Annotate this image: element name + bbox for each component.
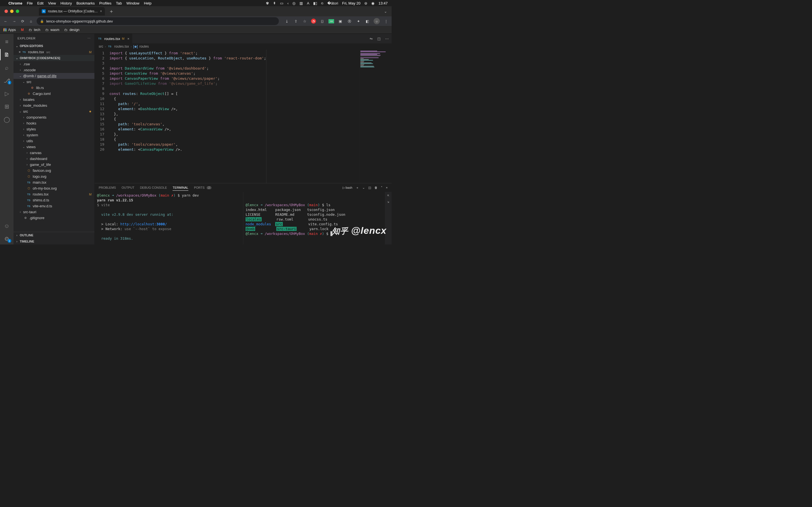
bluetooth-icon[interactable]: ⎋ bbox=[321, 1, 323, 5]
terminal-new-icon[interactable]: ＋ bbox=[356, 186, 359, 190]
minimap[interactable] bbox=[359, 50, 392, 183]
tree-folder[interactable]: ›canvas bbox=[13, 150, 94, 156]
activity-github-icon[interactable]: ◯ bbox=[0, 114, 13, 125]
window-controls[interactable] bbox=[4, 10, 19, 13]
panel-tab-terminal[interactable]: TERMINAL bbox=[172, 185, 188, 191]
code-editor[interactable]: 1234567891011121314151617181920 import {… bbox=[95, 50, 392, 183]
workspace-section[interactable]: ⌄OHMYBOX [CODESPACES] bbox=[13, 55, 94, 61]
explorer-more-icon[interactable]: ⋯ bbox=[87, 37, 91, 40]
timeline-section[interactable]: ›TIMELINE bbox=[13, 238, 94, 244]
tree-file[interactable]: TSvite-env.d.ts bbox=[13, 203, 94, 209]
tab-close-icon[interactable]: × bbox=[100, 9, 102, 13]
activity-settings-icon[interactable]: ⚙1 bbox=[0, 233, 13, 244]
menubar-history[interactable]: History bbox=[60, 1, 71, 5]
wechat-icon[interactable]: ✾ bbox=[266, 1, 269, 5]
activity-search-icon[interactable]: ⌕ bbox=[0, 62, 13, 73]
window-zoom-icon[interactable] bbox=[16, 10, 19, 13]
menubar-view[interactable]: View bbox=[48, 1, 56, 5]
tree-folder[interactable]: ›node_modules bbox=[13, 103, 94, 108]
extensions-puzzle-icon[interactable]: ✦ bbox=[356, 19, 361, 23]
menubar-date[interactable]: Fri, May 20 bbox=[342, 1, 360, 5]
panel-maximize-icon[interactable]: ˄ bbox=[381, 186, 383, 189]
tree-folder[interactable]: ›utils bbox=[13, 138, 94, 144]
close-tab-icon[interactable]: × bbox=[128, 37, 130, 41]
editor-more-icon[interactable]: ⋯ bbox=[385, 37, 389, 41]
menubar-profiles[interactable]: Profiles bbox=[99, 1, 111, 5]
tab-dropdown-icon[interactable]: ⌄ bbox=[384, 9, 389, 13]
menubar-tab[interactable]: Tab bbox=[116, 1, 122, 5]
tree-folder[interactable]: ⌄src bbox=[13, 79, 94, 85]
tree-folder[interactable]: ›dashboard bbox=[13, 156, 94, 162]
menubar-help[interactable]: Help bbox=[144, 1, 152, 5]
extension-camera-icon[interactable]: ⌼ bbox=[319, 19, 325, 23]
split-editor-icon[interactable]: ◫ bbox=[377, 37, 380, 41]
breadcrumb[interactable]: src› TSroutes.tsx› [◈]routes bbox=[95, 43, 392, 50]
browser-menu-icon[interactable]: ⋮ bbox=[383, 19, 389, 23]
activity-account-icon[interactable]: ☺ bbox=[0, 220, 13, 231]
terminal-dropdown-icon[interactable]: ⌄ bbox=[362, 186, 365, 189]
activity-menu-icon[interactable]: ≡ bbox=[0, 36, 13, 47]
wifi-icon[interactable]: �ători bbox=[327, 1, 338, 5]
menubar-edit[interactable]: Edit bbox=[37, 1, 43, 5]
nav-home-icon[interactable]: ⌂ bbox=[28, 19, 34, 23]
code-area[interactable]: import { useLayoutEffect } from 'react';… bbox=[108, 50, 359, 183]
nav-back-icon[interactable]: ← bbox=[3, 19, 8, 23]
terminal-shortcut-icon[interactable]: ⇱ bbox=[388, 193, 389, 198]
activity-run-icon[interactable]: ▷ bbox=[0, 88, 13, 99]
close-editor-icon[interactable]: × bbox=[18, 50, 21, 54]
compare-changes-icon[interactable]: ⇋ bbox=[370, 37, 373, 41]
panel-tab-ports[interactable]: PORTS 2 bbox=[194, 185, 211, 190]
tree-folder[interactable]: ›.rsw bbox=[13, 61, 94, 67]
tray-icon-2[interactable]: ▭ bbox=[280, 1, 283, 5]
tree-file[interactable]: ⚙lib.rs bbox=[13, 85, 94, 91]
nav-reload-icon[interactable]: ⟳ bbox=[20, 19, 26, 23]
nav-forward-icon[interactable]: → bbox=[11, 19, 17, 23]
panel-tab-output[interactable]: OUTPUT bbox=[121, 185, 134, 190]
activity-explorer-icon[interactable]: 🗎 bbox=[0, 49, 13, 60]
sidebar-toggle-icon[interactable]: ◧ bbox=[364, 19, 370, 23]
outline-section[interactable]: ›OUTLINE bbox=[13, 232, 94, 238]
bookmark-wasm[interactable]: 🗀 wasm bbox=[45, 28, 59, 32]
menubar-app[interactable]: Chrome bbox=[8, 1, 22, 5]
editor-tab[interactable]: TS routes.tsx M × bbox=[95, 34, 133, 43]
menubar-time[interactable]: 13:47 bbox=[378, 1, 388, 5]
browser-tab[interactable]: ⧉ routes.tsx — OhMyBox [Codes… × bbox=[39, 7, 105, 15]
menubar-file[interactable]: File bbox=[27, 1, 33, 5]
activity-extensions-icon[interactable]: ⊞ bbox=[0, 101, 13, 112]
open-editors-section[interactable]: ⌄OPEN EDITORS bbox=[13, 43, 94, 49]
tree-file[interactable]: TSroutes.tsxM bbox=[13, 191, 94, 197]
terminal-kill-icon[interactable]: 🗑 bbox=[374, 186, 377, 189]
bookmark-design[interactable]: 🗀 design bbox=[64, 28, 79, 32]
tray-icon-3[interactable]: ‹ bbox=[287, 1, 289, 5]
bookmark-tech[interactable]: 🗀 tech bbox=[29, 28, 40, 32]
bookmark-apps[interactable]: Apps bbox=[3, 28, 16, 32]
tree-folder[interactable]: ›styles bbox=[13, 126, 94, 132]
window-close-icon[interactable] bbox=[4, 10, 8, 13]
bookmark-m[interactable]: M bbox=[21, 28, 24, 32]
tree-file[interactable]: ⬡logo.svg bbox=[13, 173, 94, 179]
tree-folder[interactable]: ›system bbox=[13, 132, 94, 138]
tree-file[interactable]: TSshims.d.ts bbox=[13, 197, 94, 203]
tree-folder[interactable]: ⌄@omb / game-of-life bbox=[13, 73, 94, 79]
terminal-profile[interactable]: ▷ bash bbox=[343, 186, 352, 189]
extension-translate-icon[interactable]: ⩸ bbox=[328, 19, 334, 23]
tree-folder[interactable]: ›src-tauri bbox=[13, 209, 94, 215]
tree-folder[interactable]: ›locales bbox=[13, 97, 94, 103]
share-icon[interactable]: ⇧ bbox=[293, 19, 299, 23]
battery-icon[interactable]: ▥ bbox=[299, 1, 303, 5]
extension-red-icon[interactable]: ◔ bbox=[311, 18, 316, 24]
tree-folder[interactable]: ›game_of_life bbox=[13, 162, 94, 168]
open-editor-item[interactable]: × TS routes.tsx src M bbox=[13, 49, 94, 55]
tray-icon[interactable]: ⇞ bbox=[273, 1, 276, 5]
panel-tab-problems[interactable]: PROBLEMS bbox=[99, 185, 116, 190]
profile-avatar-icon[interactable]: ☺ bbox=[373, 18, 380, 24]
tree-file[interactable]: ⬡oh-my-box.svg bbox=[13, 185, 94, 191]
activity-scm-icon[interactable]: ⎇1 bbox=[0, 75, 13, 86]
tray-icon-4[interactable]: ◎ bbox=[292, 1, 296, 5]
tree-file[interactable]: ⬡favicon.svg bbox=[13, 168, 94, 173]
menubar-bookmarks[interactable]: Bookmarks bbox=[77, 1, 95, 5]
input-icon[interactable]: A bbox=[307, 1, 309, 5]
new-tab-button[interactable]: ＋ bbox=[107, 8, 116, 15]
tree-folder[interactable]: ›hooks bbox=[13, 120, 94, 126]
tree-folder[interactable]: ⌄src bbox=[13, 108, 94, 114]
